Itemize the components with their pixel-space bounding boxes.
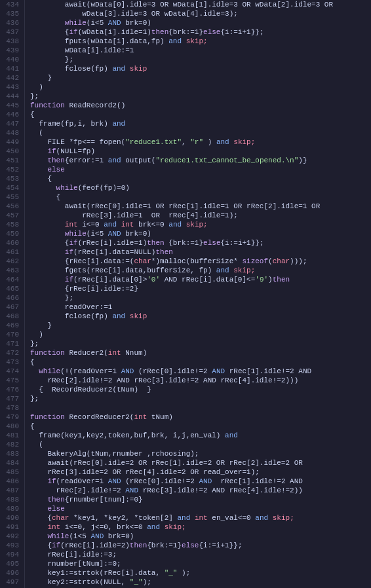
line-number: 472 [3, 348, 19, 358]
code-line: {if(rRec[i].idle=2)then{brk:=1}else{i:=i… [30, 541, 371, 550]
token-kw: if [65, 248, 73, 256]
token-plain: ) [268, 276, 273, 284]
line-number: 437 [3, 28, 19, 37]
code-line: then{error:=1 and output("reduce1.txt_ca… [30, 156, 371, 165]
token-plain: await(rRec[0].idle=1 OR rRec[1].idle=1 O… [30, 202, 320, 210]
code-line: if(readOver=1 AND (rRec[0].idle!=2 AND r… [30, 477, 371, 486]
token-plain: RecordReducer2( [65, 413, 134, 421]
code-line: }; [30, 394, 371, 403]
code-line: BakeryAlg(tNum,rnumber ,rchoosing); [30, 449, 371, 458]
line-number: 467 [3, 303, 19, 312]
code-line: {if(rRec[i].idle=1)then {brk:=1}else{i:=… [30, 238, 371, 248]
line-number: 489 [3, 504, 19, 513]
token-plain: wData[i].idle:=1 [30, 46, 134, 54]
line-number: 462 [3, 257, 19, 266]
line-number: 457 [3, 211, 19, 220]
token-plain: (NULL=fp) [56, 147, 95, 155]
token-kw: function [30, 101, 65, 109]
line-number: 476 [3, 385, 19, 394]
line-number: 458 [3, 220, 19, 229]
token-plain [30, 367, 39, 375]
token-plain: {rRec[i].data:=( [30, 257, 134, 265]
token-plain: , [182, 138, 190, 146]
token-kw: while [47, 532, 69, 540]
line-number: 436 [3, 18, 19, 28]
line-number: 497 [3, 578, 19, 587]
code-line: ) [30, 330, 371, 339]
token-kw2: AND [90, 532, 104, 540]
line-number: 494 [3, 550, 19, 559]
token-skip-kw: skip; [182, 221, 208, 229]
line-number: 480 [3, 422, 19, 431]
token-plain: (rRec[0].idle!=2 [121, 477, 199, 485]
line-number: 492 [3, 532, 19, 541]
token-plain: {i:=i+1}}; [220, 239, 264, 247]
token-kw: else [47, 505, 64, 513]
token-str: '9' [255, 276, 268, 284]
token-plain [30, 505, 47, 513]
token-plain [30, 221, 65, 229]
token-kw: then [47, 156, 64, 164]
token-kw: while [39, 367, 60, 375]
token-plain: (rRec[i].data[0]> [73, 276, 147, 284]
token-plain: {rRec[i].idle:=2} [30, 285, 138, 293]
code-content-area[interactable]: await(wData[0].idle=3 OR wData[1].idle=3… [25, 0, 371, 588]
code-line: }; [30, 339, 371, 348]
line-number: 488 [3, 495, 19, 504]
token-kw2: and [168, 221, 182, 229]
line-number: 485 [3, 468, 19, 477]
code-line: await(wData[0].idle=3 OR wData[1].idle=3… [30, 0, 371, 9]
line-number: 469 [3, 321, 19, 330]
token-plain: (i<5 [87, 230, 108, 238]
token-plain: (feof(fp)=0) [78, 184, 130, 192]
line-number: 453 [3, 174, 19, 183]
line-number: 491 [3, 523, 19, 532]
code-line: while(!(readOver=1 AND (rRec[0].idle!=2 … [30, 367, 371, 376]
token-kw: while [65, 230, 87, 238]
token-plain: rRec[2].idle!=2 AND rRec[3].idle!=2 AND … [30, 377, 298, 384]
code-line: frame(key1,key2,token,buf,brk, i,j,en_va… [30, 431, 371, 440]
code-line: rnumber[tNum]:=0; [30, 559, 371, 568]
line-number: 446 [3, 110, 19, 119]
code-line: int i<=0 and int brk<=0 and skip; [30, 220, 371, 229]
token-plain: { [30, 175, 52, 183]
code-line: if(rRec[i].data=NULL)then [30, 248, 371, 257]
line-number: 483 [3, 449, 19, 458]
token-skip-kw: skip; [268, 514, 294, 522]
token-type: int [65, 221, 78, 229]
token-kw: then [151, 28, 168, 36]
code-line: if(NULL=fp) [30, 147, 371, 156]
line-number: 465 [3, 284, 19, 293]
token-kw: then [47, 496, 64, 504]
token-plain: (rRec[i].data=NULL) [73, 248, 155, 256]
token-kw2: AND [108, 230, 121, 238]
line-number: 439 [3, 46, 19, 55]
line-number: 496 [3, 568, 19, 578]
token-kw: if [52, 542, 60, 549]
token-kw2: and [108, 156, 121, 164]
code-line: fputs(wData[i].data,fp) and skip; [30, 37, 371, 46]
token-kw2: AND [108, 477, 121, 485]
code-line: rRec[3].idle=1 OR rRec[4].idle=1); [30, 211, 371, 220]
token-plain: rRec[2].idle!=2 [30, 487, 125, 494]
code-line: { [30, 174, 371, 183]
code-line: rRec[i].idle:=3; [30, 550, 371, 559]
token-plain [30, 156, 47, 164]
token-plain [30, 523, 47, 531]
code-line: if(rRec[i].data[0]>'0' AND rRec[i].data[… [30, 275, 371, 284]
token-kw: then [130, 542, 147, 549]
token-plain [30, 496, 47, 504]
line-number: 466 [3, 293, 19, 303]
code-line: while(i<5 AND brk=0) [30, 18, 371, 28]
token-kw: function [30, 413, 65, 421]
code-line: fclose(fp) and skip [30, 312, 371, 321]
token-plain [30, 532, 47, 540]
token-kw2: AND [199, 477, 212, 485]
line-number: 459 [3, 229, 19, 238]
code-line: rRec[2].idle!=2 AND rRec[3].idle!=2 AND … [30, 486, 371, 495]
code-line: {rRec[i].idle:=2} [30, 284, 371, 293]
token-plain: fclose(fp) [30, 312, 112, 320]
token-skip-kw: skip; [160, 523, 186, 531]
token-macro: sizeof [242, 257, 268, 265]
code-line: while(i<5 AND brk=0) [30, 229, 371, 238]
